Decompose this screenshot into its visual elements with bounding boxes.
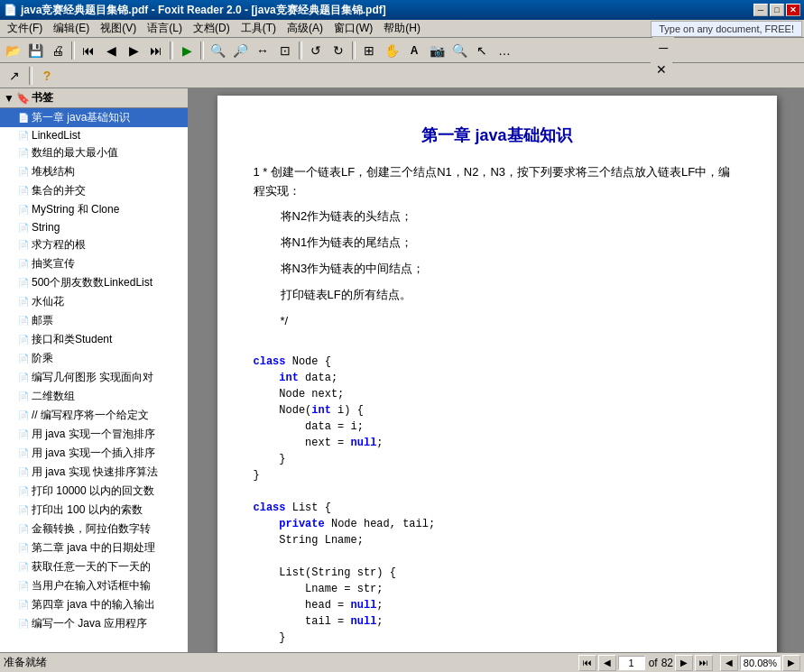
- menu-item-帮助[interactable]: 帮助(H): [378, 19, 426, 38]
- menu-item-文件[interactable]: 文件(F): [2, 19, 48, 38]
- bookmark-item-26[interactable]: 📄第四章 java 中的输入输出: [0, 595, 188, 614]
- bookmark-label-0: 第一章 java基础知识: [32, 110, 130, 125]
- play-btn[interactable]: ▶: [176, 40, 198, 61]
- maximize-button[interactable]: □: [770, 4, 784, 16]
- zoom-in-status[interactable]: ▶: [782, 655, 800, 671]
- bookmark-item-1[interactable]: 📄LinkedList: [0, 127, 188, 143]
- bookmark-icon-16: 📄: [18, 410, 29, 420]
- bookmark-label-24: 获取任意一天的下一天的: [32, 559, 151, 575]
- step4: 打印链表LF的所有结点。: [254, 286, 741, 305]
- bookmark-item-21[interactable]: 📄打印出 100 以内的索数: [0, 501, 188, 520]
- bookmark-label-2: 数组的最大最小值: [32, 145, 118, 161]
- bookmark-item-16[interactable]: 📄// 编写程序将一个给定文: [0, 406, 188, 425]
- print-button[interactable]: 🖨: [47, 40, 69, 61]
- bookmark-item-18[interactable]: 📄用 java 实现一个插入排序: [0, 444, 188, 463]
- bookmark-label-20: 打印 10000 以内的回文数: [32, 483, 154, 499]
- help-btn[interactable]: ?: [36, 65, 58, 87]
- banner-close-btn[interactable]: ✕: [651, 59, 672, 80]
- prev-page-btn[interactable]: ◀: [100, 40, 122, 61]
- bookmark-item-11[interactable]: 📄邮票: [0, 311, 188, 330]
- toolbar-separator5: [352, 41, 356, 60]
- of-label: of: [649, 657, 658, 669]
- bookmark-item-9[interactable]: 📄500个朋友数数LinkedList: [0, 273, 188, 292]
- toolbar-separator4: [299, 41, 302, 60]
- bookmark-label-27: 编写一个 Java 应用程序: [32, 616, 147, 631]
- fit-width-btn[interactable]: ↔: [252, 40, 273, 61]
- bookmark-label-4: 集合的并交: [32, 183, 86, 198]
- bookmarks-header: ▼ 🔖 书签: [0, 88, 188, 108]
- zoom-in-btn[interactable]: 🔎: [229, 40, 251, 61]
- bookmark-item-15[interactable]: 📄二维数组: [0, 387, 188, 406]
- bookmark-icon-13: 📄: [18, 354, 29, 364]
- total-pages: 82: [661, 657, 673, 669]
- bookmark-item-13[interactable]: 📄阶乘: [0, 349, 188, 368]
- bookmark-item-2[interactable]: 📄数组的最大最小值: [0, 143, 188, 162]
- first-page-nav[interactable]: ⏮: [578, 655, 596, 671]
- menu-item-视图[interactable]: 视图(V): [95, 19, 142, 38]
- prev-page-nav[interactable]: ◀: [598, 655, 616, 671]
- bookmark-item-27[interactable]: 📄编写一个 Java 应用程序: [0, 614, 188, 633]
- save-button[interactable]: 💾: [24, 40, 46, 61]
- zoom-out-status[interactable]: ◀: [720, 655, 738, 671]
- right-panel[interactable]: 第一章 java基础知识 1 * 创建一个链表LF，创建三个结点N1，N2，N3…: [189, 88, 804, 652]
- bookmark-item-5[interactable]: 📄MyString 和 Clone: [0, 200, 188, 219]
- menu-item-文档[interactable]: 文档(D): [188, 19, 236, 38]
- nav-controls: ⏮ ◀ of 82 ▶ ⏭: [578, 655, 713, 671]
- bookmark-item-12[interactable]: 📄接口和类Student: [0, 330, 188, 349]
- bookmark-item-3[interactable]: 📄堆栈结构: [0, 162, 188, 181]
- snapshot-btn[interactable]: 📷: [426, 40, 448, 61]
- bookmark-label-21: 打印出 100 以内的索数: [32, 502, 143, 518]
- bookmark-item-23[interactable]: 📄第二章 java 中的日期处理: [0, 539, 188, 557]
- rotate2-btn[interactable]: ↻: [328, 40, 349, 61]
- text-btn[interactable]: A: [403, 40, 425, 61]
- bookmarks-icon: 🔖: [16, 92, 30, 105]
- toolbar-separator2: [170, 41, 173, 60]
- arrow-btn[interactable]: ↗: [4, 65, 25, 87]
- page-input[interactable]: [618, 656, 645, 670]
- fit-page-btn[interactable]: ⊡: [274, 40, 296, 61]
- bookmark-label-26: 第四章 java 中的输入输出: [32, 597, 155, 612]
- foxit-banner: Type on any document, FREE! ─ ✕: [651, 21, 802, 80]
- bookmark-label-6: String: [32, 221, 60, 234]
- last-page-btn[interactable]: ⏭: [145, 40, 167, 61]
- zoom-input[interactable]: [740, 656, 781, 670]
- next-page-btn[interactable]: ▶: [123, 40, 144, 61]
- bookmark-label-3: 堆栈结构: [32, 164, 75, 180]
- cursor-btn[interactable]: ↖: [471, 40, 493, 61]
- open-button[interactable]: 📂: [2, 40, 23, 61]
- rotate-btn[interactable]: ↺: [305, 40, 327, 61]
- bookmark-item-19[interactable]: 📄用 java 实现 快速排序算法: [0, 463, 188, 482]
- hand-btn[interactable]: ✋: [381, 40, 402, 61]
- bookmark-item-17[interactable]: 📄用 java 实现一个冒泡排序: [0, 425, 188, 444]
- select-btn[interactable]: ⊞: [358, 40, 380, 61]
- bookmark-item-20[interactable]: 📄打印 10000 以内的回文数: [0, 482, 188, 501]
- zoom-out-btn[interactable]: 🔍: [207, 40, 228, 61]
- banner-min-btn[interactable]: ─: [652, 37, 674, 59]
- minimize-button[interactable]: ─: [753, 4, 768, 16]
- bookmark-icon-14: 📄: [18, 373, 29, 382]
- bookmark-item-7[interactable]: 📄求方程的根: [0, 235, 188, 254]
- bookmark-item-25[interactable]: 📄当用户在输入对话框中输: [0, 576, 188, 595]
- step1: 将N2作为链表的头结点；: [254, 207, 741, 226]
- menu-item-工具[interactable]: 工具(T): [236, 19, 282, 38]
- menu-item-窗口[interactable]: 窗口(W): [328, 19, 378, 38]
- next-page-nav[interactable]: ▶: [675, 655, 693, 671]
- more-btn[interactable]: …: [494, 40, 515, 61]
- bookmark-item-22[interactable]: 📄金额转换，阿拉伯数字转: [0, 520, 188, 539]
- bookmark-item-14[interactable]: 📄编写几何图形 实现面向对: [0, 368, 188, 387]
- bookmarks-title: 书签: [32, 90, 53, 106]
- close-button[interactable]: ✕: [786, 4, 800, 16]
- bookmark-item-8[interactable]: 📄抽奖宣传: [0, 254, 188, 273]
- bookmark-item-0[interactable]: 📄第一章 java基础知识: [0, 108, 188, 127]
- find-btn[interactable]: 🔍: [448, 40, 470, 61]
- menu-item-语言[interactable]: 语言(L): [142, 19, 188, 38]
- bookmark-item-24[interactable]: 📄获取任意一天的下一天的: [0, 557, 188, 576]
- last-page-nav[interactable]: ⏭: [695, 655, 713, 671]
- bookmark-item-10[interactable]: 📄水仙花: [0, 292, 188, 311]
- menu-item-高级[interactable]: 高级(A): [282, 19, 328, 38]
- bookmark-item-4[interactable]: 📄集合的并交: [0, 181, 188, 200]
- toolbar-separator: [71, 41, 75, 60]
- first-page-btn[interactable]: ⏮: [78, 40, 99, 61]
- menu-item-编辑[interactable]: 编辑(E): [48, 19, 95, 38]
- bookmark-item-6[interactable]: 📄String: [0, 219, 188, 235]
